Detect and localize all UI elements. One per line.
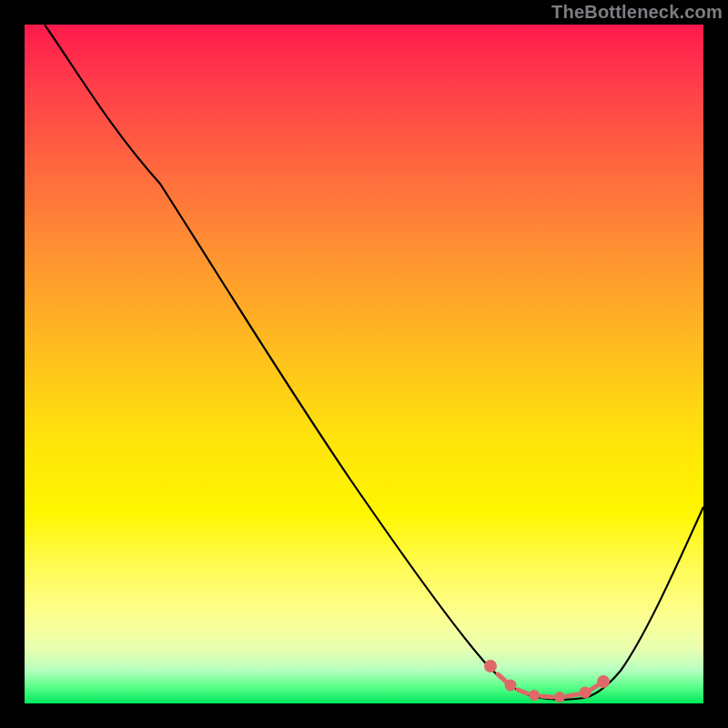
- svg-line-7: [567, 694, 578, 696]
- svg-point-8: [581, 689, 589, 696]
- svg-point-0: [487, 662, 495, 671]
- svg-point-6: [557, 694, 563, 701]
- plot-area: [25, 25, 703, 703]
- svg-line-1: [498, 674, 505, 681]
- bottleneck-curve-line: [45, 25, 703, 700]
- svg-line-3: [518, 690, 527, 693]
- chart-container: TheBottleneck.com: [0, 0, 728, 728]
- svg-line-5: [541, 696, 552, 697]
- chart-svg: [25, 25, 703, 703]
- svg-point-4: [531, 693, 538, 699]
- optimal-range-markers: [487, 662, 608, 701]
- attribution-watermark: TheBottleneck.com: [551, 2, 723, 23]
- svg-point-2: [507, 682, 514, 689]
- svg-line-9: [591, 685, 598, 690]
- svg-point-10: [600, 678, 608, 686]
